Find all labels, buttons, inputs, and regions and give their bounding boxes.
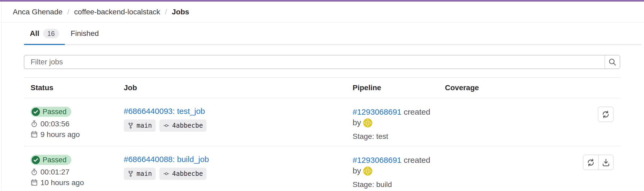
table-row: Passed 00:03:56 bbox=[24, 98, 620, 146]
content-left-divider bbox=[1, 2, 2, 191]
tab-all-count-badge: 16 bbox=[43, 29, 59, 38]
pipeline-creator-avatar[interactable] bbox=[363, 118, 372, 127]
table-row: Passed 00:01:27 bbox=[24, 146, 620, 191]
download-icon bbox=[602, 158, 610, 167]
status-badge[interactable]: Passed bbox=[31, 107, 71, 117]
breadcrumb: Anca Ghenade / coffee-backend-localstack… bbox=[0, 2, 644, 22]
status-badge-label: Passed bbox=[43, 108, 67, 116]
pipeline-stage: Stage: test bbox=[353, 132, 445, 141]
breadcrumb-project-link[interactable]: coffee-backend-localstack bbox=[74, 8, 160, 16]
header-coverage: Coverage bbox=[445, 84, 535, 92]
job-cell: #6866440088: build_job main bbox=[124, 155, 353, 180]
status-badge-label: Passed bbox=[43, 156, 67, 164]
timer-icon bbox=[31, 168, 38, 176]
branch-icon bbox=[127, 171, 134, 177]
retry-job-button[interactable] bbox=[598, 107, 613, 122]
pipeline-link[interactable]: #1293068691 bbox=[353, 156, 402, 164]
jobs-table: Status Job Pipeline Coverage Passed bbox=[24, 77, 620, 191]
status-cell: Passed 00:01:27 bbox=[31, 155, 124, 187]
calendar-icon bbox=[31, 131, 38, 138]
pipeline-stage: Stage: build bbox=[353, 180, 445, 189]
tab-finished-label: Finished bbox=[71, 29, 99, 38]
status-cell: Passed 00:03:56 bbox=[31, 107, 124, 139]
commit-icon bbox=[163, 171, 170, 177]
retry-job-button[interactable] bbox=[583, 155, 598, 170]
filter-jobs-input[interactable] bbox=[24, 55, 605, 69]
pipeline-cell: #1293068691 created by Stage: bu bbox=[353, 155, 445, 189]
job-link[interactable]: #6866440093: test_job bbox=[124, 107, 205, 115]
commit-icon bbox=[163, 122, 170, 129]
status-badge[interactable]: Passed bbox=[31, 155, 71, 165]
jobs-table-header: Status Job Pipeline Coverage bbox=[24, 78, 620, 98]
breadcrumb-current-page: Jobs bbox=[172, 8, 189, 16]
tab-all[interactable]: All 16 bbox=[24, 22, 65, 44]
job-age: 9 hours ago bbox=[31, 130, 124, 139]
header-status: Status bbox=[31, 84, 124, 92]
commit-sha-badge[interactable]: 4abbecbe bbox=[159, 168, 207, 180]
breadcrumb-separator: / bbox=[165, 8, 167, 16]
status-success-icon bbox=[32, 108, 40, 116]
breadcrumb-group-link[interactable]: Anca Ghenade bbox=[13, 8, 63, 16]
actions-cell bbox=[535, 107, 620, 122]
job-cell: #6866440093: test_job main bbox=[124, 107, 353, 132]
status-success-icon bbox=[32, 156, 40, 164]
tab-all-label: All bbox=[30, 29, 39, 38]
pipeline-creator-avatar[interactable] bbox=[363, 167, 372, 176]
commit-sha-badge[interactable]: 4abbecbe bbox=[159, 119, 207, 132]
tab-finished[interactable]: Finished bbox=[65, 22, 105, 44]
job-link[interactable]: #6866440088: build_job bbox=[124, 155, 209, 164]
download-artifacts-button[interactable] bbox=[598, 155, 613, 170]
jobs-filter-bar bbox=[24, 55, 620, 69]
pipeline-cell: #1293068691 created by Stage: te bbox=[353, 107, 445, 141]
breadcrumb-separator: / bbox=[67, 8, 69, 16]
actions-cell bbox=[535, 155, 620, 170]
header-job: Job bbox=[124, 84, 353, 92]
search-button[interactable] bbox=[605, 55, 620, 69]
search-icon bbox=[608, 58, 617, 66]
ref-badge[interactable]: main bbox=[124, 168, 156, 180]
retry-icon bbox=[587, 158, 595, 167]
calendar-icon bbox=[31, 179, 38, 186]
retry-icon bbox=[601, 110, 610, 119]
pipeline-link[interactable]: #1293068691 bbox=[353, 107, 402, 116]
branch-icon bbox=[127, 122, 134, 129]
jobs-tabs: All 16 Finished bbox=[24, 22, 641, 45]
header-pipeline: Pipeline bbox=[353, 84, 445, 92]
job-duration: 00:03:56 bbox=[31, 120, 124, 128]
job-duration: 00:01:27 bbox=[31, 168, 124, 176]
ref-badge[interactable]: main bbox=[124, 119, 156, 132]
job-age: 10 hours ago bbox=[31, 178, 124, 187]
timer-icon bbox=[31, 120, 38, 127]
